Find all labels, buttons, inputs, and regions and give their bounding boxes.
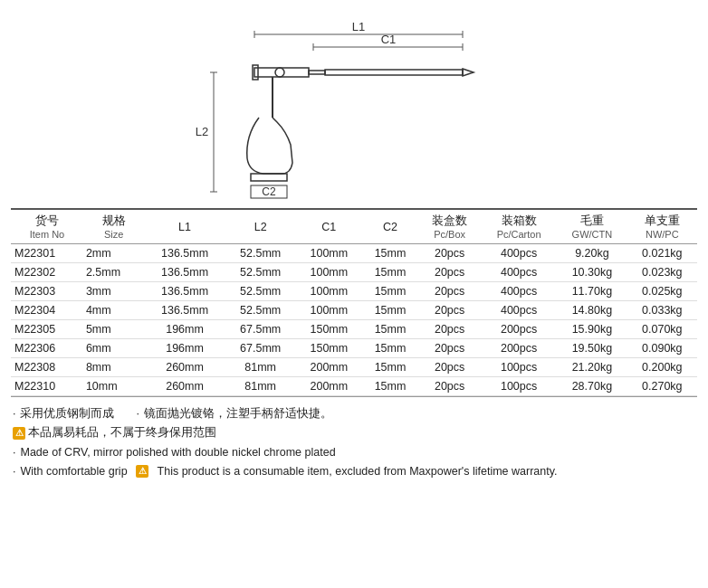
cell-3-7: 400pcs — [481, 301, 557, 320]
cell-3-0: M22304 — [11, 301, 83, 320]
cell-6-3: 81mm — [225, 358, 296, 377]
warning-icon-1: ⚠ — [13, 427, 25, 440]
cell-2-3: 52.5mm — [225, 282, 296, 301]
col-l1: L1 — [145, 210, 225, 244]
cell-3-9: 0.033kg — [627, 301, 697, 320]
cell-5-0: M22306 — [11, 339, 83, 358]
cell-7-3: 81mm — [225, 377, 296, 396]
cell-0-2: 136.5mm — [145, 244, 225, 263]
cell-4-0: M22305 — [11, 320, 83, 339]
cell-5-9: 0.090kg — [627, 339, 697, 358]
cell-1-2: 136.5mm — [145, 263, 225, 282]
cell-1-4: 100mm — [296, 263, 362, 282]
cell-0-0: M22301 — [11, 244, 83, 263]
cell-5-8: 19.50kg — [557, 339, 627, 358]
col-c2: C2 — [362, 210, 418, 244]
svg-rect-8 — [254, 68, 309, 77]
cell-3-6: 20pcs — [418, 301, 481, 320]
cell-4-5: 15mm — [362, 320, 418, 339]
cell-4-4: 150mm — [296, 320, 362, 339]
cell-1-6: 20pcs — [418, 263, 481, 282]
table-header-row: 货号 Item No 规格 Size L1 L2 C1 — [11, 210, 697, 244]
cell-4-7: 200pcs — [481, 320, 557, 339]
table-row: M223012mm136.5mm52.5mm100mm15mm20pcs400p… — [11, 244, 697, 263]
cell-2-6: 20pcs — [418, 282, 481, 301]
cell-6-4: 200mm — [296, 358, 362, 377]
notes-section: · 采用优质钢制而成 · 镜面抛光镀铬，注塑手柄舒适快捷。 ⚠ 本品属易耗品，不… — [11, 404, 697, 481]
svg-rect-10 — [309, 71, 325, 74]
cell-4-2: 196mm — [145, 320, 225, 339]
cn-note-3: ⚠ 本品属易耗品，不属于终身保用范围 — [13, 423, 695, 442]
svg-rect-15 — [251, 174, 287, 181]
cell-2-7: 400pcs — [481, 282, 557, 301]
cell-0-5: 15mm — [362, 244, 418, 263]
col-size: 规格 Size — [83, 210, 145, 244]
cell-5-6: 20pcs — [418, 339, 481, 358]
cell-7-8: 28.70kg — [557, 377, 627, 396]
cell-0-8: 9.20kg — [557, 244, 627, 263]
cell-1-9: 0.023kg — [627, 263, 697, 282]
cell-4-6: 20pcs — [418, 320, 481, 339]
cell-7-1: 10mm — [83, 377, 145, 396]
col-nw: 单支重 NW/PC — [627, 210, 697, 244]
warning-icon-2: ⚠ — [136, 465, 148, 478]
col-l2: L2 — [225, 210, 296, 244]
tool-diagram: L1 C1 — [182, 18, 526, 199]
table-row: M2231010mm260mm81mm200mm15mm20pcs100pcs2… — [11, 377, 697, 396]
cell-3-3: 52.5mm — [225, 301, 296, 320]
table-row: M223066mm196mm67.5mm150mm15mm20pcs200pcs… — [11, 339, 697, 358]
cell-2-2: 136.5mm — [145, 282, 225, 301]
table-section: 货号 Item No 规格 Size L1 L2 C1 — [11, 208, 697, 397]
cell-3-2: 136.5mm — [145, 301, 225, 320]
cell-0-4: 100mm — [296, 244, 362, 263]
cn-note-2: · 镜面抛光镀铬，注塑手柄舒适快捷。 — [136, 404, 331, 423]
table-row: M223022.5mm136.5mm52.5mm100mm15mm20pcs40… — [11, 263, 697, 282]
col-gw: 毛重 GW/CTN — [557, 210, 627, 244]
cell-2-9: 0.025kg — [627, 282, 697, 301]
cell-5-7: 200pcs — [481, 339, 557, 358]
cell-3-4: 100mm — [296, 301, 362, 320]
svg-point-13 — [275, 68, 284, 77]
cell-3-8: 14.80kg — [557, 301, 627, 320]
cell-7-5: 15mm — [362, 377, 418, 396]
page: L1 C1 — [0, 0, 708, 588]
cell-0-1: 2mm — [83, 244, 145, 263]
cell-0-7: 400pcs — [481, 244, 557, 263]
svg-rect-11 — [325, 70, 463, 75]
cell-0-6: 20pcs — [418, 244, 481, 263]
cell-1-3: 52.5mm — [225, 263, 296, 282]
cell-2-1: 3mm — [83, 282, 145, 301]
cn-note-1: · 采用优质钢制而成 — [13, 404, 114, 423]
table-row: M223055mm196mm67.5mm150mm15mm20pcs200pcs… — [11, 320, 697, 339]
cell-1-1: 2.5mm — [83, 263, 145, 282]
col-item-no: 货号 Item No — [11, 210, 83, 244]
diagram-area: L1 C1 — [11, 9, 697, 208]
svg-text:L2: L2 — [196, 125, 208, 138]
cell-7-0: M22310 — [11, 377, 83, 396]
cell-1-0: M22302 — [11, 263, 83, 282]
table-body: M223012mm136.5mm52.5mm100mm15mm20pcs400p… — [11, 244, 697, 396]
cell-6-8: 21.20kg — [557, 358, 627, 377]
svg-text:L1: L1 — [352, 20, 365, 33]
cell-6-9: 0.200kg — [627, 358, 697, 377]
cell-7-4: 200mm — [296, 377, 362, 396]
cell-0-3: 52.5mm — [225, 244, 296, 263]
cell-6-7: 100pcs — [481, 358, 557, 377]
svg-text:C1: C1 — [381, 33, 397, 46]
col-pc-box: 装盒数 Pc/Box — [418, 210, 481, 244]
cell-2-8: 11.70kg — [557, 282, 627, 301]
cell-2-4: 100mm — [296, 282, 362, 301]
cell-5-3: 67.5mm — [225, 339, 296, 358]
cell-5-4: 150mm — [296, 339, 362, 358]
product-table: 货号 Item No 规格 Size L1 L2 C1 — [11, 210, 697, 396]
cell-7-2: 260mm — [145, 377, 225, 396]
cell-6-6: 20pcs — [418, 358, 481, 377]
cell-4-1: 5mm — [83, 320, 145, 339]
cell-6-5: 15mm — [362, 358, 418, 377]
cell-5-2: 196mm — [145, 339, 225, 358]
cell-3-1: 4mm — [83, 301, 145, 320]
cell-6-0: M22308 — [11, 358, 83, 377]
svg-marker-12 — [463, 69, 474, 76]
cell-5-5: 15mm — [362, 339, 418, 358]
cell-7-6: 20pcs — [418, 377, 481, 396]
